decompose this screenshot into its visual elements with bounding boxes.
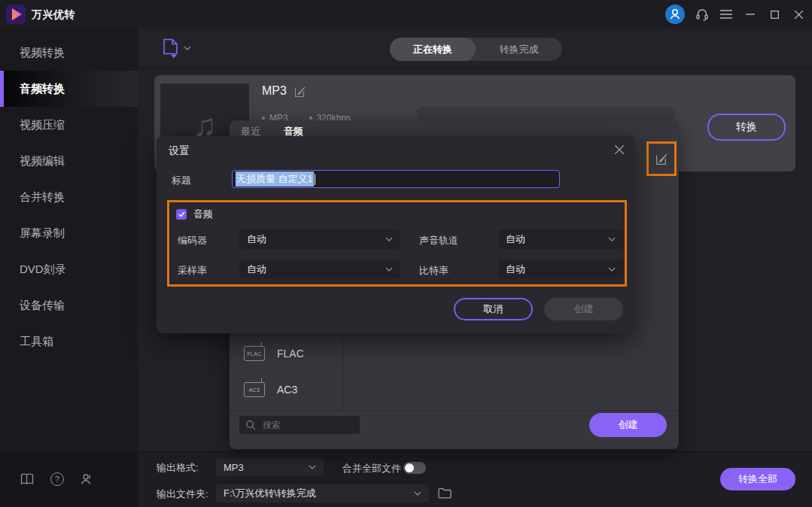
dialog-close-icon[interactable]: [610, 141, 628, 159]
audio-checkbox-label: 音频: [193, 208, 213, 221]
sample-rate-select[interactable]: 自动: [239, 260, 400, 279]
toolbar: 正在转换 转换完成: [138, 29, 812, 68]
sidebar-item-video-compress[interactable]: 视频压缩: [0, 107, 138, 143]
audio-track-select[interactable]: 自动: [498, 229, 623, 249]
sidebar-item-video-edit[interactable]: 视频编辑: [0, 143, 138, 179]
file-format-title: MP3: [262, 84, 287, 98]
help-icon[interactable]: ?: [50, 472, 65, 487]
cancel-button[interactable]: 取消: [454, 298, 533, 320]
sidebar: 视频转换 音频转换 视频压缩 视频编辑 合并转换 屏幕录制 DVD刻录 设备传输…: [0, 29, 138, 507]
sidebar-item-dvd-burn[interactable]: DVD刻录: [0, 251, 138, 287]
app-window: 万兴优转: [0, 0, 812, 507]
convert-all-button[interactable]: 转换全部: [720, 468, 795, 490]
footer-left: ?: [0, 451, 138, 507]
bitrate-label: 比特率: [419, 264, 449, 278]
titlebar: 万兴优转: [0, 0, 812, 29]
minimize-icon[interactable]: [741, 5, 760, 24]
app-logo-icon: [6, 5, 26, 24]
bitrate-select[interactable]: 自动: [498, 260, 623, 279]
audio-checkbox-row[interactable]: 音频: [176, 208, 213, 221]
chevron-down-icon: [608, 267, 616, 272]
check-icon: [178, 211, 185, 217]
add-file-button[interactable]: [163, 38, 191, 58]
toggle-knob: [405, 463, 414, 472]
title-input-selected-text: 无损质量 自定义1: [236, 172, 314, 187]
open-folder-icon[interactable]: [437, 485, 452, 500]
edit-icon[interactable]: [294, 86, 306, 98]
app-title: 万兴优转: [32, 8, 75, 22]
chevron-down-icon: [309, 465, 316, 469]
output-folder-label: 输出文件夹:: [157, 487, 208, 501]
menu-icon[interactable]: [716, 5, 736, 24]
sidebar-item-merge-convert[interactable]: 合并转换: [0, 179, 138, 215]
sidebar-item-device-transfer[interactable]: 设备传输: [0, 287, 138, 323]
tab-finished[interactable]: 转换完成: [476, 38, 562, 61]
add-file-icon: [163, 38, 179, 58]
output-folder-select[interactable]: F:\万兴优转\转换完成: [216, 484, 429, 502]
close-icon[interactable]: [789, 5, 808, 24]
edit-icon: [655, 153, 668, 165]
maximize-icon[interactable]: [765, 5, 784, 24]
merge-all-label: 合并全部文件: [342, 462, 401, 475]
chevron-down-icon: [385, 237, 393, 241]
encoder-label: 编码器: [178, 234, 207, 247]
text-caret: [315, 174, 315, 185]
merge-toggle[interactable]: [403, 462, 426, 474]
progress-track: [416, 107, 675, 122]
chevron-down-icon: [608, 237, 616, 241]
user-avatar-icon[interactable]: [665, 5, 685, 24]
format-search: [239, 416, 360, 434]
panel-create-button[interactable]: 创建: [589, 413, 667, 437]
edit-format-button[interactable]: [646, 141, 677, 176]
status-tabs: 正在转换 转换完成: [390, 38, 562, 61]
sidebar-item-screen-record[interactable]: 屏幕录制: [0, 215, 138, 251]
dialog-title: 设置: [169, 144, 190, 158]
ac3-icon: AC3: [244, 382, 265, 397]
sidebar-item-audio-convert[interactable]: 音频转换: [0, 71, 138, 107]
audio-track-label: 声音轨道: [419, 234, 458, 247]
search-icon: [245, 420, 256, 430]
create-button-disabled[interactable]: 创建: [544, 298, 623, 320]
sidebar-item-toolbox[interactable]: 工具箱: [0, 323, 138, 360]
output-format-label: 输出格式:: [157, 461, 199, 475]
guide-book-icon[interactable]: [20, 472, 35, 487]
chevron-down-icon: [184, 46, 191, 50]
title-input[interactable]: 无损质量 自定义1: [232, 170, 560, 188]
audio-checkbox[interactable]: [176, 209, 187, 220]
panel-divider: [230, 410, 679, 411]
search-input[interactable]: [261, 419, 347, 431]
output-format-select[interactable]: MP3: [216, 458, 324, 476]
encoder-select[interactable]: 自动: [239, 229, 400, 249]
tab-converting[interactable]: 正在转换: [390, 38, 476, 61]
flac-icon: FLAC: [244, 346, 265, 361]
settings-dialog: 设置 标题 无损质量 自定义1 音频 编码器 自动 声音轨道 自动 采样率: [157, 136, 634, 333]
chevron-down-icon: [385, 267, 393, 272]
sidebar-item-video-convert[interactable]: 视频转换: [0, 35, 138, 71]
format-item-flac[interactable]: FLAC FLAC: [230, 335, 342, 372]
title-field-label: 标题: [172, 174, 191, 187]
chevron-down-icon: [414, 491, 421, 496]
format-item-ac3[interactable]: AC3 AC3: [230, 372, 342, 408]
user-account-icon[interactable]: [79, 472, 94, 487]
support-headset-icon[interactable]: [692, 5, 712, 24]
convert-button[interactable]: 转换: [707, 114, 786, 141]
sample-rate-label: 采样率: [178, 264, 207, 278]
footer: 输出格式: MP3 合并全部文件 输出文件夹: F:\万兴优转\转换完成 转换全…: [138, 451, 812, 507]
